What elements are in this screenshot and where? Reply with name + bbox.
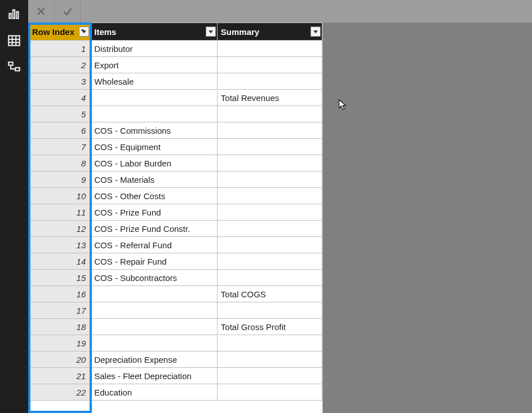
cell-summary[interactable] (217, 73, 322, 90)
cell-summary[interactable] (217, 352, 322, 368)
cell-row-index[interactable]: 3 (29, 73, 91, 90)
column-header-items[interactable]: Items (91, 23, 218, 41)
cell-summary[interactable] (217, 172, 322, 188)
cell-items[interactable]: COS - Prize Fund Constr. (91, 221, 218, 237)
dropdown-icon[interactable] (311, 27, 321, 37)
cell-items[interactable]: COS - Commissions (91, 122, 218, 139)
table-row[interactable]: 21Sales - Fleet Depreciation (29, 368, 322, 384)
table-row[interactable]: 19 (29, 335, 322, 352)
cell-row-index[interactable]: 9 (29, 172, 91, 188)
cell-row-index[interactable]: 20 (29, 352, 91, 368)
cell-row-index[interactable]: 12 (29, 221, 91, 237)
cell-row-index[interactable]: 18 (29, 319, 91, 335)
table-row[interactable]: 14COS - Repair Fund (29, 253, 322, 270)
table-row[interactable]: 15COS - Subcontractors (29, 270, 322, 286)
data-view-icon[interactable] (6, 33, 22, 49)
table-row[interactable]: 16Total COGS (29, 286, 322, 302)
cell-items[interactable]: COS - Equipment (91, 139, 218, 155)
formula-input[interactable] (81, 3, 526, 19)
formula-commit-button[interactable] (54, 0, 80, 23)
cell-summary[interactable]: Total Gross Profit (217, 319, 322, 335)
cell-row-index[interactable]: 11 (29, 204, 91, 221)
cell-row-index[interactable]: 1 (29, 41, 91, 57)
cell-items[interactable]: COS - Labor Burden (91, 155, 218, 172)
model-view-icon[interactable] (6, 60, 22, 76)
cell-items[interactable]: Distributor (91, 41, 218, 57)
cell-items[interactable]: COS - Prize Fund (91, 204, 218, 221)
cell-items[interactable] (91, 319, 218, 335)
cell-row-index[interactable]: 21 (29, 368, 91, 384)
table-row[interactable]: 11COS - Prize Fund (29, 204, 322, 221)
cell-row-index[interactable]: 10 (29, 188, 91, 204)
cell-items[interactable]: Wholesale (91, 73, 218, 90)
cell-summary[interactable] (217, 41, 322, 57)
table-row[interactable]: 5 (29, 106, 322, 122)
cell-summary[interactable] (217, 139, 322, 155)
dropdown-icon[interactable] (206, 27, 216, 37)
table-row[interactable]: 7COS - Equipment (29, 139, 322, 155)
cell-items[interactable]: COS - Repair Fund (91, 253, 218, 270)
cell-items[interactable] (91, 302, 218, 319)
cell-summary[interactable] (217, 188, 322, 204)
table-row[interactable]: 2Export (29, 57, 322, 73)
cell-row-index[interactable]: 7 (29, 139, 91, 155)
cell-items[interactable] (91, 286, 218, 302)
table-row[interactable]: 4Total Revenues (29, 90, 322, 106)
table-row[interactable]: 6COS - Commissions (29, 122, 322, 139)
cell-items[interactable]: Education (91, 384, 218, 401)
report-view-icon[interactable] (6, 6, 22, 21)
table-row[interactable]: 22Education (29, 384, 322, 401)
column-header-row-index[interactable]: Row Index (29, 23, 91, 41)
cell-row-index[interactable]: 13 (29, 237, 91, 253)
cell-row-index[interactable]: 14 (29, 253, 91, 270)
table-row[interactable]: 10COS - Other Costs (29, 188, 322, 204)
cell-items[interactable] (91, 335, 218, 352)
cell-summary[interactable] (217, 237, 322, 253)
cell-summary[interactable] (217, 270, 322, 286)
cell-row-index[interactable]: 2 (29, 57, 91, 73)
cell-row-index[interactable]: 6 (29, 122, 91, 139)
cell-summary[interactable] (217, 155, 322, 172)
table-row[interactable]: 1Distributor (29, 41, 322, 57)
cell-row-index[interactable]: 22 (29, 384, 91, 401)
cell-summary[interactable] (217, 221, 322, 237)
table-row[interactable]: 9COS - Materials (29, 172, 322, 188)
table-row[interactable]: 20Depreciation Expense (29, 352, 322, 368)
column-header-summary[interactable]: Summary (217, 23, 322, 41)
cell-items[interactable]: Depreciation Expense (91, 352, 218, 368)
cell-row-index[interactable]: 4 (29, 90, 91, 106)
cell-items[interactable] (91, 106, 218, 122)
table-row[interactable]: 17 (29, 302, 322, 319)
cell-row-index[interactable]: 19 (29, 335, 91, 352)
cell-items[interactable]: COS - Materials (91, 172, 218, 188)
cell-items[interactable]: Export (91, 57, 218, 73)
cell-summary[interactable] (217, 302, 322, 319)
cell-items[interactable]: COS - Subcontractors (91, 270, 218, 286)
cell-row-index[interactable]: 8 (29, 155, 91, 172)
data-grid[interactable]: Row Index Items Summary 1Distributor2Exp… (28, 23, 323, 413)
cell-items[interactable] (91, 90, 218, 106)
cell-row-index[interactable]: 17 (29, 302, 91, 319)
cell-summary[interactable]: Total COGS (217, 286, 322, 302)
cell-summary[interactable]: Total Revenues (217, 90, 322, 106)
cell-summary[interactable] (217, 204, 322, 221)
cell-summary[interactable] (217, 368, 322, 384)
cell-summary[interactable] (217, 122, 322, 139)
cell-row-index[interactable]: 15 (29, 270, 91, 286)
sort-asc-dropdown-icon[interactable] (79, 27, 89, 37)
cell-items[interactable]: COS - Other Costs (91, 188, 218, 204)
table-row[interactable]: 12COS - Prize Fund Constr. (29, 221, 322, 237)
cell-row-index[interactable]: 5 (29, 106, 91, 122)
cell-summary[interactable] (217, 384, 322, 401)
table-row[interactable]: 3Wholesale (29, 73, 322, 90)
cell-summary[interactable] (217, 57, 322, 73)
table-row[interactable]: 18Total Gross Profit (29, 319, 322, 335)
cell-items[interactable]: Sales - Fleet Depreciation (91, 368, 218, 384)
cell-row-index[interactable]: 16 (29, 286, 91, 302)
cell-summary[interactable] (217, 253, 322, 270)
cell-summary[interactable] (217, 106, 322, 122)
formula-cancel-button[interactable] (28, 0, 54, 23)
table-row[interactable]: 13COS - Referral Fund (29, 237, 322, 253)
cell-summary[interactable] (217, 335, 322, 352)
cell-items[interactable]: COS - Referral Fund (91, 237, 218, 253)
